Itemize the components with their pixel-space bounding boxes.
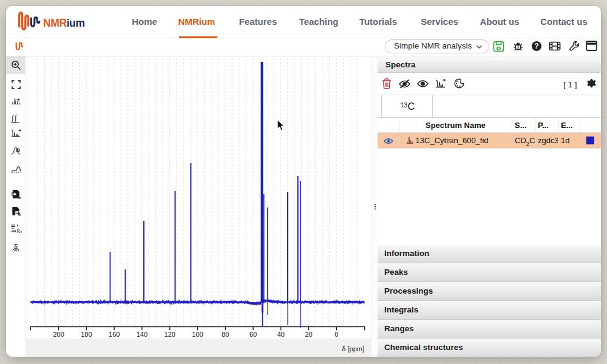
svg-text:40: 40 [277,331,285,338]
svg-text:160: 160 [109,331,120,338]
svg-text:∫: ∫ [14,113,18,123]
svg-text:140: 140 [137,331,148,338]
svg-text:60: 60 [249,331,257,338]
svg-text:200: 200 [53,331,64,338]
svg-text:?: ? [534,42,538,50]
svg-text:δ [ppm]: δ [ppm] [342,345,364,352]
svg-text:80: 80 [222,331,229,338]
svg-text:NMRium: NMRium [43,17,85,29]
svg-text:Ra: Ra [16,228,22,234]
svg-text:180: 180 [81,331,92,338]
svg-text:100: 100 [192,331,203,338]
svg-text:0: 0 [334,331,338,338]
svg-text:120: 120 [164,331,175,338]
svg-text:20: 20 [305,331,312,338]
